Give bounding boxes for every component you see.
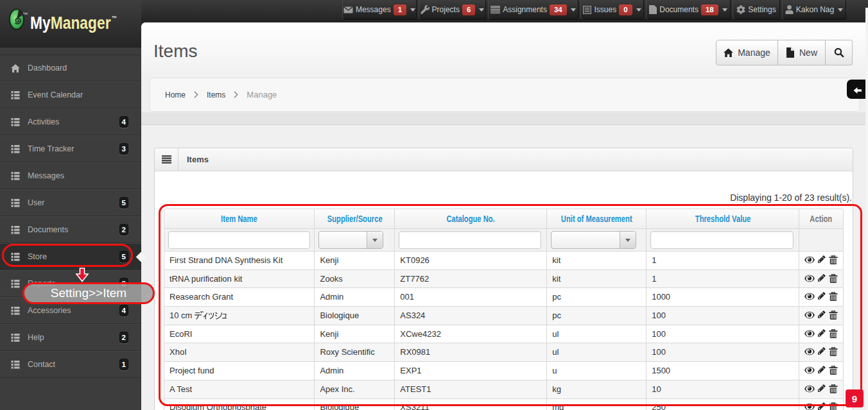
svg-text:™: ™ [22, 12, 28, 17]
